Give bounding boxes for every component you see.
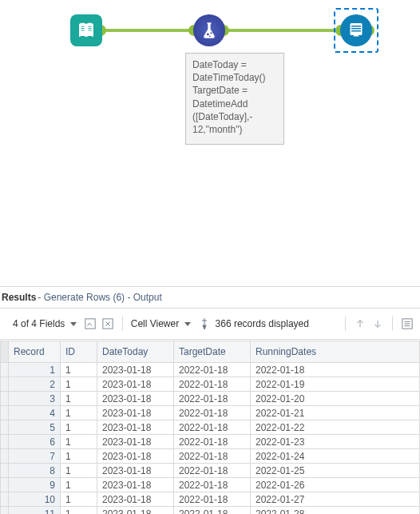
results-toolbar: 4 of 4 Fields Cell Viewer 366 records di… — [0, 309, 420, 340]
table-row[interactable]: 1112023-01-182022-01-182022-01-28 — [1, 507, 420, 515]
table-row[interactable]: 312023-01-182022-01-182022-01-20 — [1, 392, 420, 406]
cell-record[interactable]: 9 — [9, 478, 61, 492]
cell-id[interactable]: 1 — [61, 363, 97, 377]
cell-id[interactable]: 1 — [61, 507, 97, 515]
row-gutter[interactable] — [1, 507, 9, 515]
cell-id[interactable]: 1 — [61, 435, 97, 449]
cell-targetdate[interactable]: 2022-01-18 — [174, 492, 251, 507]
column-header-runningdates[interactable]: RunningDates — [251, 341, 420, 363]
cell-runningdates[interactable]: 2022-01-27 — [251, 492, 420, 507]
cell-runningdates[interactable]: 2022-01-28 — [251, 507, 420, 515]
cell-record[interactable]: 5 — [9, 420, 61, 435]
cell-id[interactable]: 1 — [61, 377, 97, 392]
fields-dropdown[interactable]: 4 of 4 Fields — [13, 318, 79, 329]
cell-id[interactable]: 1 — [61, 478, 97, 492]
cell-datetoday[interactable]: 2023-01-18 — [97, 420, 174, 435]
close-square-icon[interactable] — [101, 317, 114, 330]
actions-icon[interactable] — [401, 317, 414, 330]
table-row[interactable]: 112023-01-182022-01-182022-01-18 — [1, 363, 420, 377]
cell-id[interactable]: 1 — [61, 464, 97, 478]
cell-targetdate[interactable]: 2022-01-18 — [174, 507, 251, 515]
metadata-icon[interactable] — [84, 317, 97, 330]
cell-runningdates[interactable]: 2022-01-23 — [251, 435, 420, 449]
cell-runningdates[interactable]: 2022-01-26 — [251, 478, 420, 492]
table-row[interactable]: 612023-01-182022-01-182022-01-23 — [1, 435, 420, 449]
row-gutter[interactable] — [1, 478, 9, 492]
row-gutter[interactable] — [1, 449, 9, 464]
cell-viewer-dropdown[interactable]: Cell Viewer — [131, 318, 193, 329]
row-gutter[interactable] — [1, 377, 9, 392]
column-header-record[interactable]: Record — [9, 341, 61, 363]
text-input-tool[interactable] — [70, 14, 102, 46]
cell-runningdates[interactable]: 2022-01-20 — [251, 392, 420, 406]
cell-record[interactable]: 7 — [9, 449, 61, 464]
results-grid[interactable]: Record ID DateToday TargetDate RunningDa… — [0, 340, 420, 514]
cell-targetdate[interactable]: 2022-01-18 — [174, 406, 251, 420]
row-gutter[interactable] — [1, 392, 9, 406]
column-header-targetdate[interactable]: TargetDate — [174, 341, 251, 363]
cell-datetoday[interactable]: 2023-01-18 — [97, 392, 174, 406]
table-row[interactable]: 512023-01-182022-01-182022-01-22 — [1, 420, 420, 435]
table-row[interactable]: 412023-01-182022-01-182022-01-21 — [1, 406, 420, 420]
cell-id[interactable]: 1 — [61, 392, 97, 406]
cell-datetoday[interactable]: 2023-01-18 — [97, 435, 174, 449]
table-row[interactable]: 912023-01-182022-01-182022-01-26 — [1, 478, 420, 492]
cell-id[interactable]: 1 — [61, 449, 97, 464]
table-row[interactable]: 812023-01-182022-01-182022-01-25 — [1, 464, 420, 478]
generate-rows-tool-selected[interactable] — [334, 8, 378, 53]
cell-targetdate[interactable]: 2022-01-18 — [174, 392, 251, 406]
arrow-up-icon[interactable] — [354, 317, 367, 330]
cell-targetdate[interactable]: 2022-01-18 — [174, 464, 251, 478]
cell-runningdates[interactable]: 2022-01-18 — [251, 363, 420, 377]
column-header-id[interactable]: ID — [61, 341, 97, 363]
cell-id[interactable]: 1 — [61, 492, 97, 507]
generate-rows-tool[interactable] — [340, 14, 372, 46]
cell-record[interactable]: 11 — [9, 507, 61, 515]
cell-runningdates[interactable]: 2022-01-19 — [251, 377, 420, 392]
cell-targetdate[interactable]: 2022-01-18 — [174, 377, 251, 392]
cell-record[interactable]: 3 — [9, 392, 61, 406]
cell-datetoday[interactable]: 2023-01-18 — [97, 449, 174, 464]
arrow-down-icon[interactable] — [371, 317, 384, 330]
table-row[interactable]: 712023-01-182022-01-182022-01-24 — [1, 449, 420, 464]
cell-datetoday[interactable]: 2023-01-18 — [97, 492, 174, 507]
cell-datetoday[interactable]: 2023-01-18 — [97, 507, 174, 515]
cell-runningdates[interactable]: 2022-01-22 — [251, 420, 420, 435]
row-gutter[interactable] — [1, 363, 9, 377]
cell-datetoday[interactable]: 2023-01-18 — [97, 377, 174, 392]
cell-datetoday[interactable]: 2023-01-18 — [97, 478, 174, 492]
row-gutter[interactable] — [1, 435, 9, 449]
cell-targetdate[interactable]: 2022-01-18 — [174, 449, 251, 464]
cell-id[interactable]: 1 — [61, 420, 97, 435]
cell-datetoday[interactable]: 2023-01-18 — [97, 464, 174, 478]
cell-record[interactable]: 1 — [9, 363, 61, 377]
formula-annotation[interactable]: DateToday = DateTimeToday() TargetDate =… — [185, 53, 284, 145]
cell-datetoday[interactable]: 2023-01-18 — [97, 363, 174, 377]
cell-id[interactable]: 1 — [61, 406, 97, 420]
pin-icon[interactable] — [198, 317, 211, 330]
row-gutter[interactable] — [1, 406, 9, 420]
row-gutter[interactable] — [1, 420, 9, 435]
cell-datetoday[interactable]: 2023-01-18 — [97, 406, 174, 420]
cell-targetdate[interactable]: 2022-01-18 — [174, 420, 251, 435]
cell-targetdate[interactable]: 2022-01-18 — [174, 435, 251, 449]
cell-record[interactable]: 4 — [9, 406, 61, 420]
table-row[interactable]: 212023-01-182022-01-182022-01-19 — [1, 377, 420, 392]
workflow-canvas[interactable]: DateToday = DateTimeToday() TargetDate =… — [0, 0, 420, 287]
cell-runningdates[interactable]: 2022-01-21 — [251, 406, 420, 420]
cell-targetdate[interactable]: 2022-01-18 — [174, 363, 251, 377]
cell-runningdates[interactable]: 2022-01-24 — [251, 449, 420, 464]
cell-targetdate[interactable]: 2022-01-18 — [174, 478, 251, 492]
cell-record[interactable]: 6 — [9, 435, 61, 449]
results-source[interactable]: - Generate Rows (6) - Output — [38, 292, 161, 303]
row-gutter[interactable] — [1, 492, 9, 507]
cell-runningdates[interactable]: 2022-01-25 — [251, 464, 420, 478]
cell-record[interactable]: 8 — [9, 464, 61, 478]
table-row[interactable]: 1012023-01-182022-01-182022-01-27 — [1, 492, 420, 507]
row-gutter[interactable] — [1, 464, 9, 478]
formula-tool[interactable] — [193, 14, 225, 46]
cell-record[interactable]: 10 — [9, 492, 61, 507]
cell-record[interactable]: 2 — [9, 377, 61, 392]
column-header-datetoday[interactable]: DateToday — [97, 341, 174, 363]
grid-corner[interactable] — [1, 341, 9, 363]
